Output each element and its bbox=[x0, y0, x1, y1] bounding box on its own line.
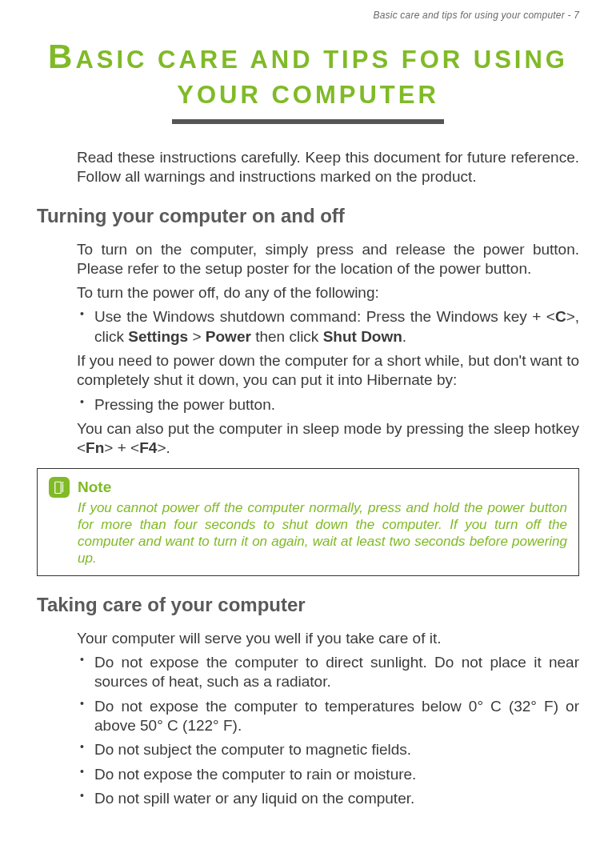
title-line2: YOUR COMPUTER bbox=[177, 81, 439, 109]
p-hibernate: If you need to power down the computer f… bbox=[77, 351, 579, 390]
li-press-power: Pressing the power button. bbox=[77, 395, 579, 414]
note-icon bbox=[49, 477, 70, 498]
p-care-intro: Your computer will serve you well if you… bbox=[77, 629, 579, 648]
note-title: Note bbox=[78, 477, 111, 496]
page-header: Basic care and tips for using your compu… bbox=[37, 10, 579, 21]
li-spill: Do not spill water or any liquid on the … bbox=[77, 789, 579, 808]
p-sleep-f4: F4 bbox=[139, 439, 157, 456]
title-rest1: ASIC CARE AND TIPS FOR USING bbox=[75, 46, 568, 74]
p-turn-on: To turn on the computer, simply press an… bbox=[77, 240, 579, 279]
p-turn-off: To turn the power off, do any of the fol… bbox=[77, 283, 579, 302]
p-sleep: You can also put the computer in sleep m… bbox=[77, 419, 579, 459]
svg-point-0 bbox=[62, 482, 64, 483]
li-shutdown-pre: Use the Windows shutdown command: Press … bbox=[94, 308, 555, 325]
li-shutdown-sd: Shut Down bbox=[323, 328, 402, 345]
heading-on-off: Turning your computer on and off bbox=[37, 205, 579, 227]
li-sunlight: Do not expose the computer to direct sun… bbox=[77, 653, 579, 692]
li-shutdown-then: then click bbox=[251, 328, 323, 345]
li-shutdown-c: C bbox=[555, 308, 566, 325]
page-title: BASIC CARE AND TIPS FOR USING YOUR COMPU… bbox=[37, 35, 579, 111]
li-rain: Do not expose the computer to rain or mo… bbox=[77, 765, 579, 784]
li-magnetic: Do not subject the computer to magnetic … bbox=[77, 740, 579, 759]
p-sleep-mid: > + < bbox=[104, 439, 139, 456]
intro-paragraph: Read these instructions carefully. Keep … bbox=[77, 148, 579, 187]
note-body: If you cannot power off the computer nor… bbox=[49, 499, 567, 567]
li-shutdown-power: Power bbox=[206, 328, 251, 345]
li-shutdown-settings: Settings bbox=[128, 328, 188, 345]
title-rule bbox=[172, 119, 444, 124]
li-shutdown-gt1: > bbox=[188, 328, 206, 345]
p-sleep-end: >. bbox=[157, 439, 170, 456]
title-cap: B bbox=[48, 38, 75, 75]
note-box: Note If you cannot power off the compute… bbox=[37, 468, 579, 576]
li-shutdown-dot: . bbox=[402, 328, 406, 345]
li-shutdown: Use the Windows shutdown command: Press … bbox=[77, 307, 579, 346]
heading-care: Taking care of your computer bbox=[37, 594, 579, 616]
p-sleep-fn: Fn bbox=[86, 439, 104, 456]
li-temperature: Do not expose the computer to temperatur… bbox=[77, 697, 579, 736]
